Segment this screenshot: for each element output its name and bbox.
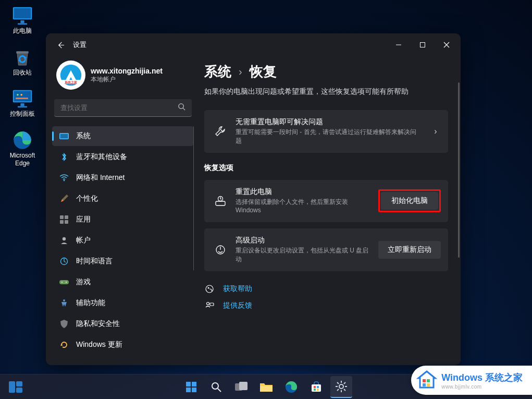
nav-label: 隐私和安全性 xyxy=(76,319,120,329)
breadcrumb-current: 恢复 xyxy=(250,63,277,81)
wifi-icon xyxy=(59,173,69,183)
card-troubleshoot[interactable]: 无需重置电脑即可解决问题 重置可能需要一段时间 - 首先，请尝试通过运行疑难解答… xyxy=(204,110,448,153)
nav-label: 时间和语言 xyxy=(76,257,113,266)
watermark-badge: Windows 系统之家 www.bjjmlv.com xyxy=(411,366,532,395)
nav-update[interactable]: Windows 更新 xyxy=(52,335,194,355)
chevron-right-icon[interactable]: › xyxy=(430,127,441,136)
sidebar-scrollbar[interactable] xyxy=(193,126,194,359)
advanced-startup-icon xyxy=(214,243,227,257)
svg-rect-44 xyxy=(192,382,196,386)
svg-rect-69 xyxy=(423,383,426,386)
svg-rect-45 xyxy=(186,388,191,392)
svg-point-30 xyxy=(61,282,63,283)
accessibility-icon xyxy=(59,298,69,308)
breadcrumb: 系统 › 恢复 xyxy=(204,61,448,87)
start-button[interactable] xyxy=(180,376,202,398)
nav-personalize[interactable]: 个性化 xyxy=(52,189,194,209)
svg-point-38 xyxy=(207,302,209,305)
settings-button[interactable] xyxy=(330,376,352,398)
get-help-link[interactable]: 获取帮助 xyxy=(223,284,252,294)
svg-point-37 xyxy=(208,287,209,288)
card-reset-pc: 重置此电脑 选择保留或删除个人文件，然后重新安装 Windows 初始化电脑 xyxy=(204,180,448,223)
desktop-icon-recycle[interactable]: 回收站 xyxy=(4,47,41,77)
breadcrumb-parent[interactable]: 系统 xyxy=(204,63,231,81)
content-pane: 系统 › 恢复 如果你的电脑出现问题或希望重置，这些恢复选项可能有所帮助 无需重… xyxy=(200,56,461,365)
nav-label: 蓝牙和其他设备 xyxy=(76,152,127,162)
desktop-icon-edge[interactable]: Microsoft Edge xyxy=(4,130,41,168)
nav-apps[interactable]: 应用 xyxy=(52,210,194,229)
reset-pc-button[interactable]: 初始化电脑 xyxy=(381,192,438,210)
svg-rect-40 xyxy=(9,381,15,393)
svg-line-19 xyxy=(183,108,185,110)
svg-rect-51 xyxy=(260,386,273,392)
svg-line-48 xyxy=(218,389,221,392)
svg-point-31 xyxy=(66,282,67,283)
svg-rect-8 xyxy=(18,106,27,108)
feedback-icon xyxy=(204,300,215,311)
svg-rect-4 xyxy=(16,51,28,53)
recycle-bin-icon xyxy=(11,47,34,68)
nav-privacy[interactable]: 隐私和安全性 xyxy=(52,314,194,334)
svg-rect-55 xyxy=(317,386,319,388)
svg-rect-42 xyxy=(16,388,22,393)
nav-gaming[interactable]: 游戏 xyxy=(52,272,194,292)
bluetooth-icon xyxy=(59,152,69,162)
card-title: 高级启动 xyxy=(236,236,370,245)
nav-accessibility[interactable]: 辅助功能 xyxy=(52,293,194,313)
svg-text:系统之家: 系统之家 xyxy=(64,80,77,84)
nav-time[interactable]: 时间和语言 xyxy=(52,251,194,271)
close-button[interactable] xyxy=(435,34,459,55)
nav-bluetooth[interactable]: 蓝牙和其他设备 xyxy=(52,147,194,167)
svg-rect-25 xyxy=(60,220,64,224)
card-desc: 重启设备以更改启动设置，包括从光盘或 U 盘启动 xyxy=(236,246,370,264)
back-button[interactable] xyxy=(51,35,70,54)
nav-network[interactable]: 网络和 Internet xyxy=(52,168,194,188)
search-icon xyxy=(178,103,185,113)
nav-label: 个性化 xyxy=(76,194,98,203)
restart-now-button[interactable]: 立即重新启动 xyxy=(378,241,441,259)
explorer-button[interactable] xyxy=(255,376,277,398)
search-button[interactable] xyxy=(205,376,227,398)
svg-line-65 xyxy=(337,389,339,391)
desktop-icons: 此电脑 回收站 控制面板 Microsoft Edge xyxy=(4,5,41,179)
store-button[interactable] xyxy=(305,376,327,398)
feedback-link[interactable]: 提供反馈 xyxy=(223,301,252,310)
svg-rect-24 xyxy=(65,215,68,219)
taskview-button[interactable] xyxy=(230,376,252,398)
nav-list: 系统 蓝牙和其他设备 网络和 Internet 个性化 应用 xyxy=(52,126,194,359)
nav-active-indicator xyxy=(52,131,54,141)
svg-point-32 xyxy=(63,299,65,301)
content-scrollbar[interactable] xyxy=(458,82,460,365)
svg-rect-7 xyxy=(20,103,24,106)
profile-type: 本地帐户 xyxy=(91,75,163,84)
svg-rect-57 xyxy=(317,389,319,391)
desktop-icon-this-pc[interactable]: 此电脑 xyxy=(4,5,41,35)
edge-button[interactable] xyxy=(280,376,302,398)
profile[interactable]: 系统之家 www.xitongzhijia.net 本地帐户 xyxy=(52,56,194,99)
search-input[interactable] xyxy=(60,104,178,112)
page-description: 如果你的电脑出现问题或希望重置，这些恢复选项可能有所帮助 xyxy=(204,87,448,96)
svg-rect-54 xyxy=(314,386,316,388)
svg-rect-70 xyxy=(427,383,430,386)
search-box[interactable] xyxy=(54,99,192,117)
svg-point-22 xyxy=(64,180,65,182)
svg-rect-11 xyxy=(16,98,28,99)
nav-accounts[interactable]: 帐户 xyxy=(52,231,194,250)
titlebar: 设置 xyxy=(46,33,461,56)
desktop-icon-control-panel[interactable]: 控制面板 xyxy=(4,88,41,118)
svg-rect-67 xyxy=(423,379,426,382)
widgets-button[interactable] xyxy=(5,379,26,395)
window-title: 设置 xyxy=(73,40,86,50)
profile-name: www.xitongzhijia.net xyxy=(91,67,163,75)
maximize-button[interactable] xyxy=(411,34,435,55)
avatar: 系统之家 xyxy=(56,61,85,90)
nav-label: 游戏 xyxy=(76,277,91,287)
minimize-button[interactable] xyxy=(387,34,411,55)
clock-globe-icon xyxy=(59,257,69,266)
watermark-url: www.bjjmlv.com xyxy=(441,384,523,390)
link-row-help: 获取帮助 xyxy=(204,281,448,297)
svg-rect-50 xyxy=(239,382,248,390)
nav-system[interactable]: 系统 xyxy=(52,126,194,146)
nav-label: 网络和 Internet xyxy=(76,173,125,183)
card-desc: 选择保留或删除个人文件，然后重新安装 Windows xyxy=(236,198,370,215)
